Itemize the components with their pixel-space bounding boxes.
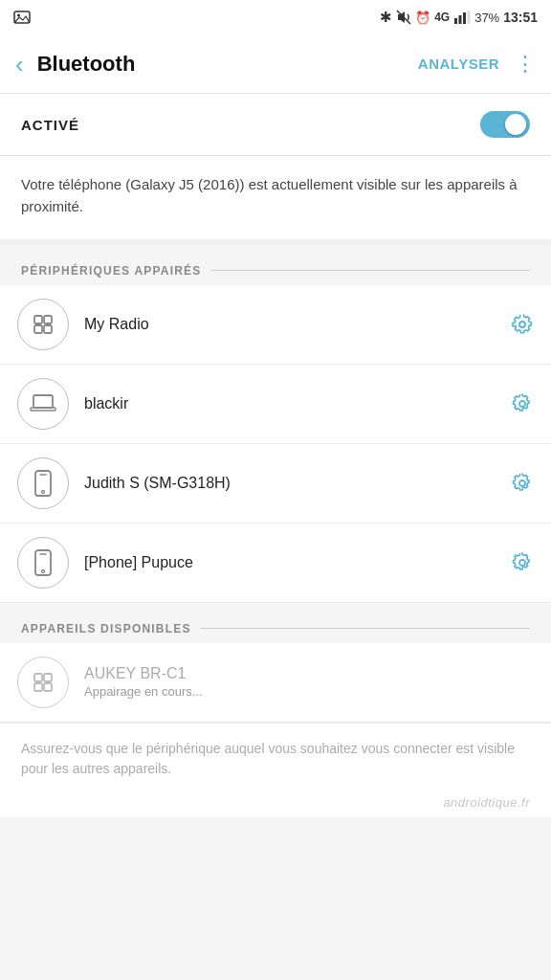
device-name-blackir: blackir	[84, 395, 496, 412]
device-icon-my-radio	[17, 299, 69, 350]
device-settings-pupuce[interactable]	[511, 551, 534, 574]
headset-icon-aukey	[29, 668, 57, 697]
device-item-blackir: blackir	[0, 365, 551, 444]
device-icon-aukey	[17, 657, 69, 708]
available-device-list: AUKEY BR-C1 Appairage en cours...	[0, 643, 551, 723]
svg-point-14	[519, 401, 525, 407]
device-settings-my-radio[interactable]	[511, 313, 534, 336]
device-icon-judith	[17, 457, 69, 509]
device-name-pupuce: [Phone] Pupuce	[84, 554, 496, 571]
device-item-pupuce: [Phone] Pupuce	[0, 523, 551, 603]
phone-icon-pupuce	[32, 548, 55, 577]
image-icon	[13, 11, 31, 24]
headset-icon	[29, 310, 57, 339]
device-name-my-radio: My Radio	[84, 316, 496, 333]
more-options-button[interactable]: ⋮	[509, 44, 541, 84]
status-bar: ✱ ⏰ 4G 37% 13:51	[0, 0, 551, 34]
device-icon-pupuce	[17, 537, 69, 589]
watermark: androidtique.fr	[0, 795, 551, 817]
svg-rect-3	[454, 18, 457, 24]
analyser-button[interactable]: ANALYSER	[408, 48, 509, 79]
svg-rect-11	[33, 395, 53, 408]
svg-point-21	[42, 569, 45, 572]
svg-rect-5	[463, 12, 466, 24]
svg-rect-4	[459, 15, 462, 24]
device-settings-blackir[interactable]	[511, 392, 534, 415]
svg-point-22	[519, 560, 525, 566]
laptop-icon	[29, 390, 57, 417]
signal-bars	[453, 11, 471, 24]
status-right: ✱ ⏰ 4G 37% 13:51	[380, 9, 538, 26]
bottom-note: Assurez-vous que le périphérique auquel …	[0, 723, 551, 795]
active-section: ACTIVÉ	[0, 94, 551, 156]
svg-rect-25	[34, 683, 42, 691]
svg-rect-8	[44, 316, 52, 323]
phone-icon-judith	[32, 469, 55, 498]
svg-point-1	[17, 14, 20, 17]
device-item-aukey: AUKEY BR-C1 Appairage en cours...	[0, 643, 551, 723]
device-sub-aukey: Appairage en cours...	[84, 684, 203, 699]
svg-rect-26	[44, 683, 52, 691]
battery-status: 37%	[474, 11, 499, 25]
back-button[interactable]: ‹	[6, 44, 33, 84]
svg-rect-0	[14, 11, 30, 23]
active-label: ACTIVÉ	[21, 117, 79, 133]
toggle-thumb	[505, 114, 526, 135]
paired-section-header: PÉRIPHÉRIQUES APPAIRÉS	[0, 245, 551, 285]
device-settings-judith[interactable]	[511, 472, 534, 495]
svg-rect-7	[34, 316, 42, 323]
toolbar: ‹ Bluetooth ANALYSER ⋮	[0, 34, 551, 94]
device-info-aukey: AUKEY BR-C1 Appairage en cours...	[84, 665, 203, 699]
device-name-judith: Judith S (SM-G318H)	[84, 475, 496, 492]
svg-rect-23	[34, 674, 42, 681]
svg-rect-24	[44, 674, 52, 681]
network-type: 4G	[434, 11, 450, 24]
status-left	[13, 11, 31, 24]
page-title: Bluetooth	[37, 52, 408, 77]
mute-status	[396, 10, 411, 25]
time-display: 13:51	[503, 10, 538, 25]
bluetooth-toggle[interactable]	[480, 111, 530, 138]
device-name-aukey: AUKEY BR-C1	[84, 665, 203, 682]
device-item-judith: Judith S (SM-G318H)	[0, 444, 551, 523]
svg-point-17	[42, 490, 45, 493]
toggle-track	[480, 111, 530, 138]
device-item-my-radio: My Radio	[0, 285, 551, 365]
paired-device-list: My Radio blackir	[0, 285, 551, 603]
svg-rect-6	[468, 11, 471, 24]
available-section-header: APPAREILS DISPONIBLES	[0, 603, 551, 643]
visibility-text: Votre téléphone (Galaxy J5 (2016)) est a…	[0, 156, 551, 245]
bluetooth-status: ✱	[380, 9, 392, 26]
device-icon-blackir	[17, 378, 69, 430]
alarm-status: ⏰	[415, 11, 430, 25]
svg-rect-10	[44, 325, 52, 333]
svg-rect-9	[34, 325, 42, 333]
svg-point-18	[519, 480, 525, 486]
